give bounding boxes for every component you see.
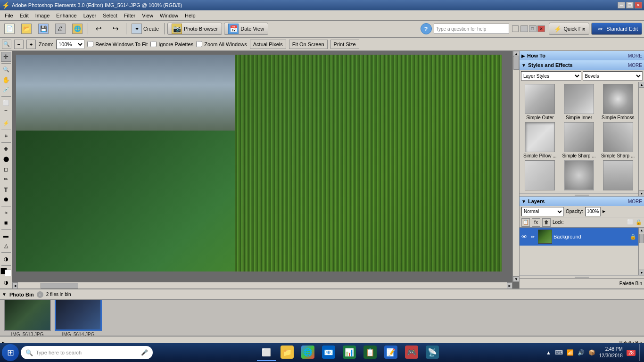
- bevels-select[interactable]: Bevels: [583, 71, 643, 81]
- print-button[interactable]: 🖨: [53, 22, 68, 35]
- dropbox-icon[interactable]: 📦: [588, 349, 595, 356]
- tool-dodge[interactable]: ◑: [1, 254, 11, 264]
- tool-clone-stamp[interactable]: ⬤: [1, 154, 11, 164]
- styles-scroll-up[interactable]: ▲: [639, 82, 644, 88]
- tool-brush[interactable]: ✏: [1, 175, 11, 185]
- layer-edit-icon[interactable]: ✏: [529, 233, 537, 240]
- delete-layer-button[interactable]: 🗑: [542, 218, 551, 227]
- horizontal-scroll-thumb[interactable]: [41, 283, 78, 288]
- menu-edit[interactable]: Edit: [17, 12, 32, 19]
- new-file-button[interactable]: 📄: [2, 22, 17, 35]
- taskbar-app-custom1[interactable]: 🎮: [402, 344, 421, 361]
- taskbar-app-custom2[interactable]: 📡: [423, 344, 442, 361]
- zoom-plus-button[interactable]: +: [26, 40, 36, 49]
- panel-restore-button[interactable]: □: [529, 25, 537, 32]
- taskbar-app-excel[interactable]: 📊: [340, 344, 359, 361]
- minimize-button[interactable]: ─: [618, 2, 625, 8]
- tool-zoom[interactable]: 🔍: [1, 65, 11, 74]
- tool-hand[interactable]: ✋: [1, 75, 11, 85]
- close-button[interactable]: ✕: [635, 2, 642, 8]
- redo-button[interactable]: ↪: [108, 22, 123, 35]
- network-icon[interactable]: 📶: [567, 349, 574, 356]
- volume-icon[interactable]: 🔊: [578, 349, 585, 356]
- ignore-palettes-checkbox-label[interactable]: Ignore Palettes: [150, 41, 193, 47]
- menu-filter[interactable]: Filter: [121, 12, 138, 19]
- tool-eyedropper[interactable]: 💉: [1, 85, 11, 95]
- standard-edit-button[interactable]: ✏ Standard Edit: [591, 23, 642, 35]
- tool-custom-shape[interactable]: ⬟: [1, 195, 11, 205]
- browser-button[interactable]: 🌐: [70, 22, 85, 35]
- style-item-simple-outer[interactable]: Simple Outer: [521, 84, 559, 120]
- menu-help[interactable]: Help: [182, 12, 198, 19]
- scroll-right-button[interactable]: ►: [507, 282, 512, 288]
- tool-rectangular-marquee[interactable]: ⬜: [1, 98, 11, 108]
- style-item-simple-sharp1[interactable]: Simple Sharp ...: [561, 122, 598, 158]
- photo-bin-toggle-icon[interactable]: ▼: [2, 292, 7, 297]
- layers-header[interactable]: ▼ Layers MORE: [520, 197, 644, 206]
- opacity-arrow-button[interactable]: ▶: [600, 207, 607, 216]
- tool-lasso[interactable]: ⌒: [1, 108, 11, 118]
- taskbar-app-outlook[interactable]: 📧: [319, 344, 338, 361]
- horizontal-scrollbar[interactable]: ◄ ►: [12, 282, 512, 288]
- taskbar-notification-badge[interactable]: 28: [627, 350, 636, 356]
- tool-paint-bucket[interactable]: △: [1, 241, 11, 251]
- tool-move[interactable]: ✛: [1, 52, 11, 62]
- quick-fix-button[interactable]: ⚡ Quick Fix: [549, 23, 590, 35]
- start-button[interactable]: ⊞: [2, 344, 19, 361]
- layer-styles-select[interactable]: Layer Styles: [521, 71, 581, 81]
- layers-scroll-up[interactable]: ▲: [639, 228, 644, 233]
- styles-scrollbar[interactable]: ▲ ▼: [638, 82, 644, 196]
- new-layer-button[interactable]: 📋: [521, 218, 530, 227]
- menu-select[interactable]: Select: [100, 12, 120, 19]
- styles-header[interactable]: ▼ Styles and Effects MORE: [520, 60, 644, 70]
- tool-quick-mask[interactable]: ◑: [1, 278, 11, 288]
- tool-type[interactable]: T: [1, 185, 11, 195]
- menu-enhance[interactable]: Enhance: [53, 12, 79, 19]
- menu-view[interactable]: View: [139, 12, 156, 19]
- panel-minimize-button[interactable]: ─: [520, 25, 528, 32]
- zoom-select[interactable]: 100% 50% 200%: [56, 40, 84, 49]
- howto-more-button[interactable]: MORE: [628, 53, 642, 58]
- tool-healing-brush[interactable]: ✚: [1, 144, 11, 154]
- resize-windows-checkbox-label[interactable]: Resize Windows To Fit: [87, 41, 148, 47]
- layers-scroll-down[interactable]: ▼: [639, 270, 644, 275]
- scroll-left-button[interactable]: ◄: [12, 282, 18, 288]
- styles-scroll-down[interactable]: ▼: [639, 190, 644, 196]
- print-size-button[interactable]: Print Size: [330, 40, 359, 49]
- style-item-row3c[interactable]: [599, 160, 636, 191]
- style-item-simple-pillow[interactable]: Simple Pillow ...: [521, 122, 559, 158]
- undo-button[interactable]: ↩: [91, 22, 106, 35]
- tool-smudge[interactable]: ≈: [1, 208, 11, 218]
- help-search-input[interactable]: [434, 24, 509, 34]
- zoom-all-windows-checkbox[interactable]: [196, 41, 202, 47]
- zoom-minus-button[interactable]: −: [14, 40, 24, 49]
- open-button[interactable]: 📂: [19, 22, 34, 35]
- date-view-button[interactable]: 📅 Date View: [224, 23, 268, 35]
- layer-row-background[interactable]: 👁 ✏ Background 🔒: [520, 228, 638, 246]
- blend-mode-select[interactable]: Normal: [521, 207, 564, 216]
- create-button-tb[interactable]: ✦ Create: [129, 22, 161, 35]
- resize-windows-checkbox[interactable]: [87, 41, 93, 47]
- vertical-scroll-thumb[interactable]: [513, 56, 519, 70]
- photo-thumb-5613[interactable]: IMG_5613.JPG: [4, 300, 51, 336]
- actual-pixels-button[interactable]: Actual Pixels: [250, 40, 286, 49]
- panel-close-button[interactable]: ✕: [537, 25, 545, 32]
- scroll-down-button[interactable]: ▼: [513, 276, 519, 282]
- save-button[interactable]: 💾: [36, 22, 51, 35]
- background-color[interactable]: [5, 270, 11, 276]
- styles-more-button[interactable]: MORE: [628, 63, 642, 68]
- layers-scroll-thumb[interactable]: [639, 234, 644, 243]
- layer-style-button[interactable]: fx: [532, 218, 540, 227]
- taskbar-app-chrome[interactable]: 🌐: [298, 344, 317, 361]
- tool-crop[interactable]: ⌗: [1, 131, 11, 141]
- canvas-container[interactable]: ▲ ▼: [12, 51, 519, 282]
- palette-bin-button[interactable]: Palette Bin: [619, 281, 642, 286]
- menu-layer[interactable]: Layer: [81, 12, 99, 19]
- tool-gradient[interactable]: ▬: [1, 231, 11, 241]
- vertical-scrollbar[interactable]: ▲ ▼: [512, 51, 519, 282]
- zoom-magnify-button[interactable]: 🔍: [2, 40, 11, 49]
- photo-thumb-5614[interactable]: IMG_5614.JPG: [55, 300, 102, 336]
- restore-button[interactable]: ❐: [626, 2, 634, 8]
- layer-visibility-icon[interactable]: 👁: [521, 233, 528, 240]
- view-mode-grid-button[interactable]: [512, 25, 519, 32]
